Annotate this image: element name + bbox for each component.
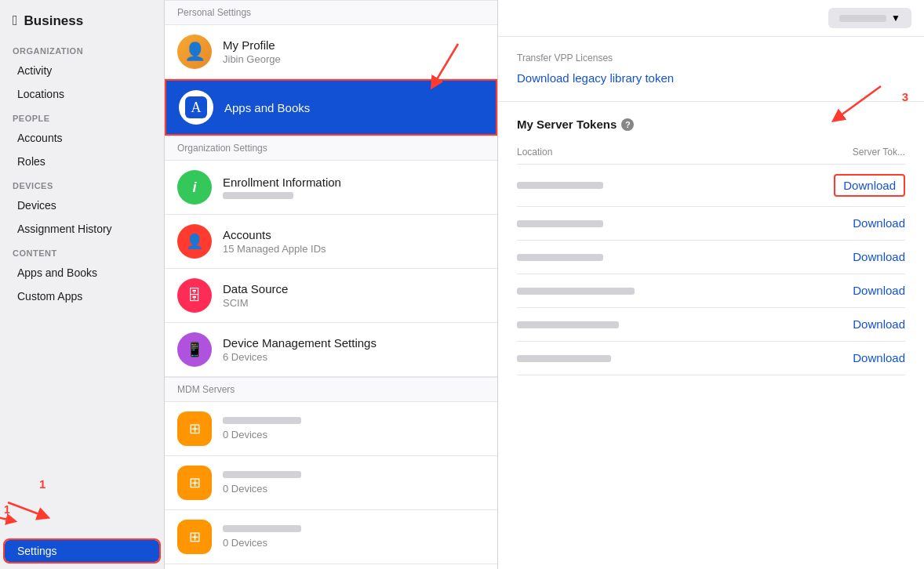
apple-icon:  bbox=[13, 13, 18, 29]
location-blurred bbox=[517, 355, 611, 362]
profile-name: My Profile bbox=[223, 38, 281, 52]
download-cell: Download bbox=[758, 207, 905, 241]
download-cell: Download bbox=[758, 241, 905, 274]
settings-label: Settings bbox=[17, 545, 57, 557]
middle-item-accounts[interactable]: 👤 Accounts 15 Managed Apple IDs bbox=[165, 215, 497, 269]
device-management-subtitle: 6 Devices bbox=[223, 351, 377, 363]
download-button-3[interactable]: Download bbox=[853, 250, 905, 263]
section-label-organization: Organization bbox=[0, 38, 164, 59]
download-cell: Download bbox=[758, 165, 905, 207]
section-label-content: Content bbox=[0, 241, 164, 261]
apps-books-text: Apps and Books bbox=[224, 101, 310, 114]
section-label-devices: Devices bbox=[0, 173, 164, 194]
sidebar-bottom: Settings 1 bbox=[0, 533, 164, 569]
download-button-2[interactable]: Download bbox=[853, 216, 905, 230]
download-cell: Download bbox=[758, 342, 905, 375]
help-icon[interactable]: ? bbox=[621, 118, 634, 131]
org-settings-header: Organization Settings bbox=[165, 136, 497, 161]
section-label-people: People bbox=[0, 106, 164, 126]
accounts-label: Accounts bbox=[223, 228, 326, 241]
download-button-6[interactable]: Download bbox=[853, 351, 905, 364]
middle-item-my-profile[interactable]: 👤 My Profile Jibin George 2 bbox=[165, 25, 497, 79]
table-row: Download bbox=[517, 308, 905, 342]
middle-item-mdm3[interactable]: ⊞ 0 Devices bbox=[165, 510, 497, 564]
location-cell bbox=[517, 342, 758, 375]
data-source-text: Data Source SCIM bbox=[223, 282, 288, 309]
location-dropdown[interactable]: ▼ bbox=[828, 8, 911, 28]
middle-item-mdm1[interactable]: ⊞ 0 Devices bbox=[165, 402, 497, 456]
middle-item-device-management[interactable]: 📱 Device Management Settings 6 Devices bbox=[165, 323, 497, 377]
location-cell bbox=[517, 165, 758, 207]
location-cell bbox=[517, 241, 758, 274]
sidebar-item-accounts[interactable]: Accounts bbox=[5, 127, 159, 149]
download-legacy-link[interactable]: Download legacy library token bbox=[517, 71, 674, 85]
svg-text:A: A bbox=[191, 100, 202, 115]
middle-item-data-source[interactable]: 🗄 Data Source SCIM bbox=[165, 269, 497, 323]
apps-books-label: Apps and Books bbox=[224, 101, 310, 114]
sidebar-item-label: Activity bbox=[17, 64, 52, 77]
sidebar-item-label: Accounts bbox=[17, 132, 63, 144]
tokens-title: My Server Tokens ? bbox=[517, 118, 905, 131]
middle-item-apps-and-books[interactable]: A Apps and Books bbox=[165, 79, 497, 136]
download-button-4[interactable]: Download bbox=[853, 284, 905, 297]
sidebar-item-settings[interactable]: Settings bbox=[5, 540, 159, 562]
profile-avatar-icon: 👤 bbox=[177, 34, 212, 69]
annotation-arrow-svg-1 bbox=[4, 498, 59, 526]
col-location: Location bbox=[517, 140, 758, 165]
download-button-5[interactable]: Download bbox=[853, 317, 905, 331]
svg-line-2 bbox=[8, 502, 43, 516]
middle-panel: Personal Settings 👤 My Profile Jibin Geo… bbox=[165, 0, 498, 569]
data-source-subtitle: SCIM bbox=[223, 297, 288, 309]
accounts-icon: 👤 bbox=[177, 224, 212, 259]
app-logo:  Business bbox=[0, 0, 164, 38]
mdm3-icon: ⊞ bbox=[177, 520, 212, 554]
mdm1-subtitle: 0 Devices bbox=[223, 429, 301, 440]
enrollment-blurred bbox=[223, 192, 293, 199]
sidebar-item-roles[interactable]: Roles bbox=[5, 150, 159, 172]
download-cell: Download bbox=[758, 274, 905, 308]
table-row: Download bbox=[517, 342, 905, 375]
table-row: Download bbox=[517, 207, 905, 241]
apps-books-icon: A bbox=[179, 90, 213, 125]
location-cell bbox=[517, 274, 758, 308]
sidebar-item-assignment-history[interactable]: Assignment History bbox=[5, 218, 159, 240]
location-blurred bbox=[517, 321, 619, 328]
sidebar-item-devices[interactable]: Devices bbox=[5, 194, 159, 216]
server-tokens-table: Location Server Tok... Download bbox=[517, 140, 905, 375]
sidebar-item-activity[interactable]: Activity bbox=[5, 60, 159, 82]
download-button-1[interactable]: Download bbox=[834, 174, 905, 197]
sidebar-item-apps-and-books[interactable]: Apps and Books bbox=[5, 262, 159, 284]
sidebar-item-label: Apps and Books bbox=[17, 266, 97, 279]
enrollment-label: Enrollment Information bbox=[223, 176, 341, 189]
mdm-servers-header: MDM Servers bbox=[165, 377, 497, 402]
chevron-down-icon: ▼ bbox=[891, 13, 900, 24]
svg-line-0 bbox=[0, 513, 12, 520]
accounts-subtitle: 15 Managed Apple IDs bbox=[223, 243, 326, 255]
profile-subtitle: Jibin George bbox=[223, 53, 281, 65]
profile-text: My Profile Jibin George bbox=[223, 38, 281, 65]
data-source-label: Data Source bbox=[223, 282, 288, 295]
dropdown-value-blurred bbox=[839, 15, 886, 22]
location-blurred bbox=[517, 254, 603, 261]
mdm1-icon: ⊞ bbox=[177, 411, 212, 446]
mdm2-text: 0 Devices bbox=[223, 471, 301, 495]
mdm3-name-blurred bbox=[223, 525, 301, 532]
device-management-text: Device Management Settings 6 Devices bbox=[223, 336, 377, 363]
mdm3-text: 0 Devices bbox=[223, 525, 301, 549]
accounts-text: Accounts 15 Managed Apple IDs bbox=[223, 228, 326, 255]
sidebar-item-label: Locations bbox=[17, 88, 64, 100]
sidebar-item-custom-apps[interactable]: Custom Apps bbox=[5, 285, 159, 307]
table-row: Download bbox=[517, 165, 905, 207]
table-row: Download bbox=[517, 241, 905, 274]
middle-item-enrollment[interactable]: i Enrollment Information bbox=[165, 161, 497, 215]
app-title: Business bbox=[24, 13, 84, 29]
device-management-icon: 📱 bbox=[177, 332, 212, 367]
sidebar-item-locations[interactable]: Locations bbox=[5, 83, 159, 105]
sidebar-item-label: Roles bbox=[17, 155, 45, 168]
location-blurred bbox=[517, 220, 603, 227]
enrollment-text: Enrollment Information bbox=[223, 176, 341, 199]
location-cell bbox=[517, 308, 758, 342]
mdm2-name-blurred bbox=[223, 471, 301, 478]
middle-item-mdm2[interactable]: ⊞ 0 Devices bbox=[165, 456, 497, 510]
vpp-section: Transfer VPP Licenses Download legacy li… bbox=[498, 37, 924, 102]
